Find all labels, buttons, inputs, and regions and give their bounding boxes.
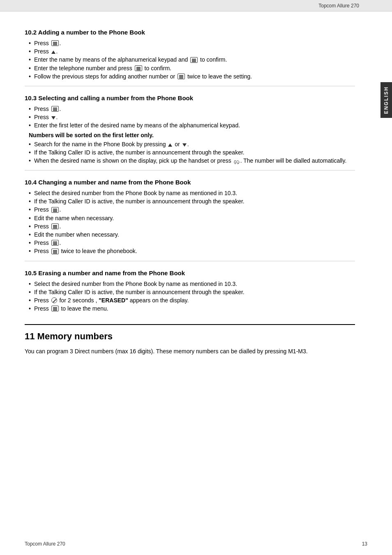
bold-note-text: Numbers will be sorted on the first lett… [29,132,154,138]
list-item: Select the desired number from the Phone… [25,190,355,196]
footer-right: 13 [362,541,367,547]
arrow-up-icon [168,143,172,147]
menu-icon [51,249,59,254]
menu-icon [51,40,59,46]
bold-note: Numbers will be sorted on the first lett… [25,132,355,138]
menu-icon [51,207,59,213]
erased-text: "ERASED" [99,297,128,304]
arrow-up-icon [51,51,55,54]
section-10-2-list: Press . Press . Enter the name by means … [25,40,355,80]
footer-left: Topcom Allure 270 [25,541,65,547]
list-item: Press for 2 seconds , "ERASED" appears o… [25,297,355,304]
section-10-3: 10.3 Selecting and calling a number from… [25,94,355,164]
list-item: Enter the telephone number and press to … [25,65,355,71]
section-10-3-list-after: Search for the name in the Phone Book by… [25,141,355,164]
list-item: Edit the name when necessary. [25,215,355,221]
menu-icon [51,240,59,246]
section-10-2: 10.2 Adding a number to the Phone Book P… [25,29,355,80]
section-10-5-list: Select the desired number from the Phone… [25,281,355,312]
section-11-body: You can program 3 Direct numbers (max 16… [25,347,355,356]
section-10-5-heading: 10.5 Erasing a number and name from the … [25,269,355,276]
menu-icon [51,106,59,112]
list-item: If the Talking Caller ID is active, the … [25,289,355,295]
list-item: Enter the name by means of the alphanume… [25,56,355,63]
list-item: Press to leave the menu. [25,305,355,312]
divider [25,170,355,170]
list-item: Press . [25,206,355,213]
footer: Topcom Allure 270 13 [0,541,392,547]
list-item: Press . [25,223,355,230]
list-item: If the Talking Caller ID is active, the … [25,198,355,205]
side-tab-label: ENGLISH [383,86,389,114]
divider [25,261,355,261]
list-item: If the Talking Caller ID is active, the … [25,149,355,156]
section-10-2-heading: 10.2 Adding a number to the Phone Book [25,29,355,36]
page-container: Topcom Allure 270 ENGLISH 10.2 Adding a … [0,0,392,555]
section-10-5: 10.5 Erasing a number and name from the … [25,269,355,312]
top-header: Topcom Allure 270 [0,0,392,12]
list-item: Press . [25,114,355,120]
menu-icon [178,74,185,79]
section-10-4-heading: 10.4 Changing a number and name from the… [25,179,355,186]
section-10-3-heading: 10.3 Selecting and calling a number from… [25,94,355,101]
erase-icon [51,297,57,303]
phone-icon [234,159,240,163]
arrow-down-icon [182,143,187,147]
list-item: Press twice to leave the phonebook. [25,248,355,254]
arrow-down-icon [51,116,55,120]
menu-icon [51,306,59,311]
menu-icon [190,57,198,63]
list-item: Follow the previous steps for adding ano… [25,73,355,80]
list-item: Edit the number when necessary. [25,231,355,238]
list-item: Press . [25,40,355,46]
list-item: Press . [25,240,355,246]
list-item: Search for the name in the Phone Book by… [25,141,355,147]
side-tab: ENGLISH [380,82,392,118]
list-item: Press . [25,106,355,112]
section-10-3-list-initial: Press . Press . Enter the first letter o… [25,106,355,129]
main-content: 10.2 Adding a number to the Phone Book P… [25,29,367,356]
section-11-heading: 11 Memory numbers [25,324,355,342]
section-10-4-list: Select the desired number from the Phone… [25,190,355,254]
list-item: Enter the first letter of the desired na… [25,122,355,129]
divider [25,86,355,86]
header-title: Topcom Allure 270 [318,3,359,9]
section-10-4: 10.4 Changing a number and name from the… [25,179,355,254]
list-item: Select the desired number from the Phone… [25,281,355,287]
menu-icon [51,223,59,229]
list-item: Press . [25,48,355,55]
list-item: When the desired name is shown on the di… [25,157,355,164]
section-11: 11 Memory numbers You can program 3 Dire… [25,324,355,356]
menu-icon [135,65,142,71]
